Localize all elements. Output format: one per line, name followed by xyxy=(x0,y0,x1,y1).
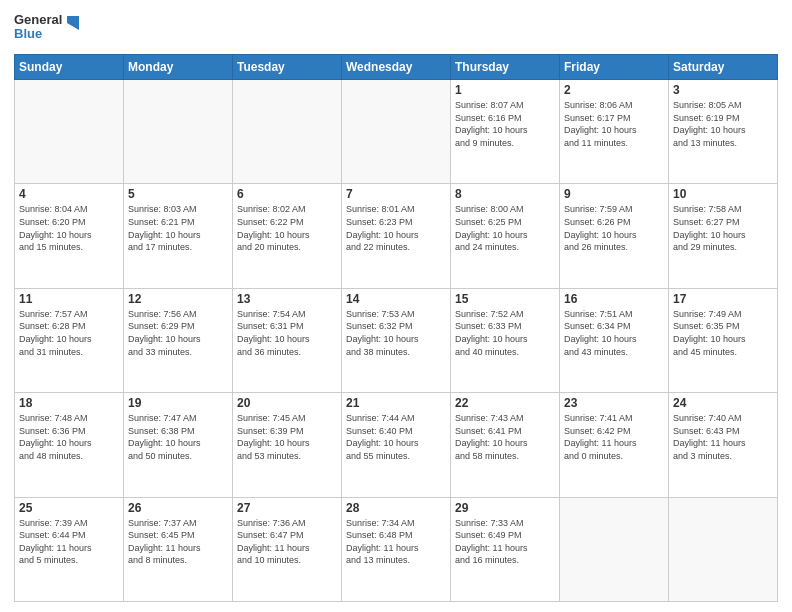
page: GeneralBlue SundayMondayTuesdayWednesday… xyxy=(0,0,792,612)
day-number: 3 xyxy=(673,83,773,97)
calendar-cell: 7Sunrise: 8:01 AM Sunset: 6:23 PM Daylig… xyxy=(342,184,451,288)
day-info: Sunrise: 7:54 AM Sunset: 6:31 PM Dayligh… xyxy=(237,308,337,358)
svg-text:General: General xyxy=(14,12,62,27)
day-info: Sunrise: 8:07 AM Sunset: 6:16 PM Dayligh… xyxy=(455,99,555,149)
day-number: 7 xyxy=(346,187,446,201)
day-info: Sunrise: 7:37 AM Sunset: 6:45 PM Dayligh… xyxy=(128,517,228,567)
calendar-cell xyxy=(669,497,778,601)
day-number: 23 xyxy=(564,396,664,410)
day-info: Sunrise: 8:03 AM Sunset: 6:21 PM Dayligh… xyxy=(128,203,228,253)
day-info: Sunrise: 7:53 AM Sunset: 6:32 PM Dayligh… xyxy=(346,308,446,358)
calendar-cell: 5Sunrise: 8:03 AM Sunset: 6:21 PM Daylig… xyxy=(124,184,233,288)
day-number: 5 xyxy=(128,187,228,201)
calendar-cell: 29Sunrise: 7:33 AM Sunset: 6:49 PM Dayli… xyxy=(451,497,560,601)
calendar-cell: 11Sunrise: 7:57 AM Sunset: 6:28 PM Dayli… xyxy=(15,288,124,392)
day-info: Sunrise: 7:48 AM Sunset: 6:36 PM Dayligh… xyxy=(19,412,119,462)
day-info: Sunrise: 7:43 AM Sunset: 6:41 PM Dayligh… xyxy=(455,412,555,462)
day-header-sunday: Sunday xyxy=(15,55,124,80)
day-number: 16 xyxy=(564,292,664,306)
day-info: Sunrise: 7:51 AM Sunset: 6:34 PM Dayligh… xyxy=(564,308,664,358)
day-number: 24 xyxy=(673,396,773,410)
calendar-cell: 14Sunrise: 7:53 AM Sunset: 6:32 PM Dayli… xyxy=(342,288,451,392)
day-info: Sunrise: 7:33 AM Sunset: 6:49 PM Dayligh… xyxy=(455,517,555,567)
day-number: 29 xyxy=(455,501,555,515)
calendar-cell: 25Sunrise: 7:39 AM Sunset: 6:44 PM Dayli… xyxy=(15,497,124,601)
day-info: Sunrise: 7:58 AM Sunset: 6:27 PM Dayligh… xyxy=(673,203,773,253)
day-header-friday: Friday xyxy=(560,55,669,80)
calendar-cell: 26Sunrise: 7:37 AM Sunset: 6:45 PM Dayli… xyxy=(124,497,233,601)
calendar-cell: 4Sunrise: 8:04 AM Sunset: 6:20 PM Daylig… xyxy=(15,184,124,288)
day-number: 11 xyxy=(19,292,119,306)
day-info: Sunrise: 7:56 AM Sunset: 6:29 PM Dayligh… xyxy=(128,308,228,358)
calendar-cell: 18Sunrise: 7:48 AM Sunset: 6:36 PM Dayli… xyxy=(15,393,124,497)
day-number: 25 xyxy=(19,501,119,515)
calendar-cell: 16Sunrise: 7:51 AM Sunset: 6:34 PM Dayli… xyxy=(560,288,669,392)
calendar-week-4: 25Sunrise: 7:39 AM Sunset: 6:44 PM Dayli… xyxy=(15,497,778,601)
calendar-cell: 8Sunrise: 8:00 AM Sunset: 6:25 PM Daylig… xyxy=(451,184,560,288)
calendar-cell: 10Sunrise: 7:58 AM Sunset: 6:27 PM Dayli… xyxy=(669,184,778,288)
day-info: Sunrise: 7:34 AM Sunset: 6:48 PM Dayligh… xyxy=(346,517,446,567)
day-info: Sunrise: 7:45 AM Sunset: 6:39 PM Dayligh… xyxy=(237,412,337,462)
day-info: Sunrise: 7:39 AM Sunset: 6:44 PM Dayligh… xyxy=(19,517,119,567)
day-number: 21 xyxy=(346,396,446,410)
calendar-cell xyxy=(233,80,342,184)
day-header-tuesday: Tuesday xyxy=(233,55,342,80)
day-info: Sunrise: 8:00 AM Sunset: 6:25 PM Dayligh… xyxy=(455,203,555,253)
header-row: SundayMondayTuesdayWednesdayThursdayFrid… xyxy=(15,55,778,80)
calendar-cell: 15Sunrise: 7:52 AM Sunset: 6:33 PM Dayli… xyxy=(451,288,560,392)
calendar-cell: 3Sunrise: 8:05 AM Sunset: 6:19 PM Daylig… xyxy=(669,80,778,184)
day-number: 9 xyxy=(564,187,664,201)
calendar-cell: 22Sunrise: 7:43 AM Sunset: 6:41 PM Dayli… xyxy=(451,393,560,497)
calendar-header: SundayMondayTuesdayWednesdayThursdayFrid… xyxy=(15,55,778,80)
calendar-cell xyxy=(15,80,124,184)
day-header-wednesday: Wednesday xyxy=(342,55,451,80)
day-number: 19 xyxy=(128,396,228,410)
day-number: 20 xyxy=(237,396,337,410)
day-info: Sunrise: 7:44 AM Sunset: 6:40 PM Dayligh… xyxy=(346,412,446,462)
header: GeneralBlue xyxy=(14,10,778,46)
day-number: 12 xyxy=(128,292,228,306)
calendar-cell: 28Sunrise: 7:34 AM Sunset: 6:48 PM Dayli… xyxy=(342,497,451,601)
svg-marker-2 xyxy=(67,16,79,30)
day-number: 27 xyxy=(237,501,337,515)
calendar-week-0: 1Sunrise: 8:07 AM Sunset: 6:16 PM Daylig… xyxy=(15,80,778,184)
calendar-cell: 2Sunrise: 8:06 AM Sunset: 6:17 PM Daylig… xyxy=(560,80,669,184)
calendar-cell: 17Sunrise: 7:49 AM Sunset: 6:35 PM Dayli… xyxy=(669,288,778,392)
day-header-saturday: Saturday xyxy=(669,55,778,80)
day-info: Sunrise: 8:05 AM Sunset: 6:19 PM Dayligh… xyxy=(673,99,773,149)
calendar-cell: 21Sunrise: 7:44 AM Sunset: 6:40 PM Dayli… xyxy=(342,393,451,497)
calendar-cell xyxy=(124,80,233,184)
calendar-cell xyxy=(560,497,669,601)
day-info: Sunrise: 8:01 AM Sunset: 6:23 PM Dayligh… xyxy=(346,203,446,253)
calendar-cell: 12Sunrise: 7:56 AM Sunset: 6:29 PM Dayli… xyxy=(124,288,233,392)
calendar-body: 1Sunrise: 8:07 AM Sunset: 6:16 PM Daylig… xyxy=(15,80,778,602)
logo-svg: GeneralBlue xyxy=(14,10,82,46)
calendar-table: SundayMondayTuesdayWednesdayThursdayFrid… xyxy=(14,54,778,602)
day-number: 2 xyxy=(564,83,664,97)
day-info: Sunrise: 8:06 AM Sunset: 6:17 PM Dayligh… xyxy=(564,99,664,149)
calendar-cell: 1Sunrise: 8:07 AM Sunset: 6:16 PM Daylig… xyxy=(451,80,560,184)
calendar-cell: 23Sunrise: 7:41 AM Sunset: 6:42 PM Dayli… xyxy=(560,393,669,497)
day-number: 15 xyxy=(455,292,555,306)
day-info: Sunrise: 7:40 AM Sunset: 6:43 PM Dayligh… xyxy=(673,412,773,462)
day-info: Sunrise: 7:52 AM Sunset: 6:33 PM Dayligh… xyxy=(455,308,555,358)
day-number: 13 xyxy=(237,292,337,306)
day-number: 28 xyxy=(346,501,446,515)
day-info: Sunrise: 7:47 AM Sunset: 6:38 PM Dayligh… xyxy=(128,412,228,462)
logo: GeneralBlue xyxy=(14,10,82,46)
day-info: Sunrise: 8:04 AM Sunset: 6:20 PM Dayligh… xyxy=(19,203,119,253)
day-info: Sunrise: 7:36 AM Sunset: 6:47 PM Dayligh… xyxy=(237,517,337,567)
day-number: 17 xyxy=(673,292,773,306)
calendar-cell: 19Sunrise: 7:47 AM Sunset: 6:38 PM Dayli… xyxy=(124,393,233,497)
calendar-cell: 9Sunrise: 7:59 AM Sunset: 6:26 PM Daylig… xyxy=(560,184,669,288)
day-number: 6 xyxy=(237,187,337,201)
calendar-cell: 24Sunrise: 7:40 AM Sunset: 6:43 PM Dayli… xyxy=(669,393,778,497)
calendar-week-1: 4Sunrise: 8:04 AM Sunset: 6:20 PM Daylig… xyxy=(15,184,778,288)
day-number: 26 xyxy=(128,501,228,515)
calendar-cell: 13Sunrise: 7:54 AM Sunset: 6:31 PM Dayli… xyxy=(233,288,342,392)
day-number: 18 xyxy=(19,396,119,410)
day-number: 4 xyxy=(19,187,119,201)
day-info: Sunrise: 8:02 AM Sunset: 6:22 PM Dayligh… xyxy=(237,203,337,253)
day-info: Sunrise: 7:57 AM Sunset: 6:28 PM Dayligh… xyxy=(19,308,119,358)
calendar-cell xyxy=(342,80,451,184)
